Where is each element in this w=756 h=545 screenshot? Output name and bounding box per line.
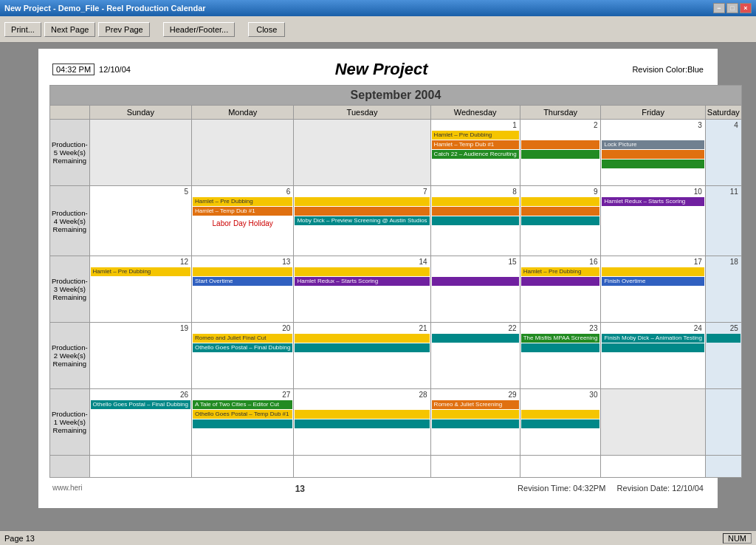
day-number-17: 17 <box>602 257 704 267</box>
main-area: 04:32 PM 12/10/04 New Project Revision C… <box>0 43 756 530</box>
event-romeo-juliet-cut: Romeo and Juliet Final Cut <box>193 334 292 343</box>
event-othello-dubbing-b <box>295 343 429 352</box>
day-number-30: 30 <box>521 390 600 400</box>
day-number-25: 25 <box>707 323 740 333</box>
footer-rev-date: Revision Date: 12/10/04 <box>617 484 704 493</box>
event-hamlet-temp-dub-2 <box>521 140 600 149</box>
print-button[interactable]: Print... <box>4 22 41 37</box>
event-moby-dick: Moby Dick – Preview Screening @ Austin S… <box>295 216 429 225</box>
day-number-14: 14 <box>295 257 429 267</box>
status-page: Page 13 <box>4 534 35 543</box>
week-label-2: Production-4 Week(s)Remaining <box>50 186 90 256</box>
week-row-3: Production-3 Week(s)Remaining 12 Hamlet … <box>50 256 742 323</box>
event-othello-final-d <box>432 419 519 428</box>
num-indicator: NUM <box>723 533 752 544</box>
event-romeo-juliet-cut-b <box>295 334 429 343</box>
col-header-sunday: Sunday <box>89 106 191 120</box>
day-cell-sep19: 19 <box>89 323 191 389</box>
maximize-button[interactable]: □ <box>726 3 738 13</box>
event-hamlet-pre-w2c <box>432 197 519 206</box>
day-number-13: 13 <box>193 257 292 267</box>
day-cell-sep27: 27 A Tale of Two Cities – Editor Cut Oth… <box>192 389 294 456</box>
event-catch22-2 <box>521 150 600 159</box>
day-cell-sep13: 13 Start Overtime <box>192 256 294 323</box>
day-cell-sep10: 10 Hamlet Redux – Starts Scoring <box>601 186 705 256</box>
event-hamlet-pre-w3e <box>602 267 704 276</box>
day-cell-sep20: 20 Romeo and Juliet Final Cut Othello Go… <box>192 323 294 389</box>
day-number-19: 19 <box>91 323 190 333</box>
day-number-18: 18 <box>707 257 740 267</box>
event-start-overtime: Start Overtime <box>193 277 292 286</box>
event-othello-dubbing-d <box>521 343 600 352</box>
event-hamlet-pre-w3a: Hamlet – Pre Dubbing <box>91 267 190 276</box>
day-cell-sep7: 7 Moby Dick – Preview Screening @ Austin… <box>294 186 430 256</box>
next-page-button[interactable]: Next Page <box>44 22 95 37</box>
day-cell-empty-fri <box>601 389 705 456</box>
event-othello-final-e <box>521 419 600 428</box>
day-cell-sep1: 1 Hamlet – Pre Dubbing Hamlet – Temp Dub… <box>430 120 520 186</box>
event-othello-final-b <box>193 419 292 428</box>
day-cell-sep25: 25 <box>705 323 741 389</box>
day-cell-sep21: 21 <box>294 323 430 389</box>
day-cell-last-mon <box>192 456 294 478</box>
footer-page-number: 13 <box>83 484 518 494</box>
day-cell-sep26: 26 Othello Goes Postal – Final Dubbing <box>89 389 191 456</box>
event-hamlet-pre-w2d <box>521 197 600 206</box>
event-hamlet-redux-w3c <box>521 277 600 286</box>
event-othello-dubbing-c <box>432 334 519 343</box>
day-cell-last-sat <box>705 456 741 478</box>
event-hamlet-temp-dub-3 <box>602 150 704 159</box>
col-header-tuesday: Tuesday <box>294 106 430 120</box>
event-finish-overtime: Finish Overtime <box>602 277 704 286</box>
close-button[interactable]: Close <box>248 22 285 37</box>
day-number-2: 2 <box>521 120 600 130</box>
day-cell-empty-tue <box>294 120 430 186</box>
day-cell-sep23: 23 The Misfits MPAA Screening <box>520 323 601 389</box>
header-footer-button[interactable]: Header/Footer... <box>163 22 236 37</box>
prev-page-button[interactable]: Prev Page <box>98 22 149 37</box>
month-header-row: September 2004 <box>50 86 742 106</box>
week-label-3: Production-3 Week(s)Remaining <box>50 256 90 323</box>
event-lock-picture: Lock Picture <box>602 140 704 149</box>
event-othello-temp-b <box>295 410 429 419</box>
event-hamlet-redux-w2: Hamlet Redux – Starts Scoring <box>602 197 704 206</box>
day-number-26: 26 <box>91 390 190 400</box>
day-cell-sep16: 16 Hamlet – Pre Dubbing <box>520 256 601 323</box>
day-cell-sep5: 5 <box>89 186 191 256</box>
toolbar: Print... Next Page Prev Page Header/Foot… <box>0 16 756 43</box>
labor-day: Labor Day Holiday <box>193 216 292 230</box>
col-header-thursday: Thursday <box>520 106 601 120</box>
status-bar: Page 13 NUM <box>0 530 756 545</box>
event-two-cities: A Tale of Two Cities – Editor Cut <box>193 400 292 409</box>
day-cell-empty-sun <box>89 120 191 186</box>
page-header: 04:32 PM 12/10/04 New Project Revision C… <box>49 60 707 79</box>
event-hamlet-temp-dub-1: Hamlet – Temp Dub #1 <box>432 140 519 149</box>
header-left: 04:32 PM 12/10/04 <box>52 64 131 75</box>
day-number-11: 11 <box>707 187 740 196</box>
footer-website: www.heri <box>52 484 83 494</box>
day-cell-sep12: 12 Hamlet – Pre Dubbing <box>89 256 191 323</box>
day-cell-sep14: 14 Hamlet Redux – Starts Scoring <box>294 256 430 323</box>
day-cell-sep30: 30 <box>520 389 601 456</box>
event-hamlet-temp-w2c <box>432 207 519 216</box>
title-bar: New Project - Demo_File - Reel Productio… <box>0 0 756 16</box>
day-number-23: 23 <box>521 323 600 333</box>
day-cell-sep9: 9 <box>520 186 601 256</box>
title-bar-controls[interactable]: − □ × <box>713 3 752 13</box>
event-othello-temp-a: Othello Goes Postal – Temp Dub #1 <box>193 410 292 419</box>
minimize-button[interactable]: − <box>713 3 725 13</box>
close-window-button[interactable]: × <box>740 3 752 13</box>
day-cell-sep24: 24 Finish Moby Dick – Animation Testing <box>601 323 705 389</box>
event-hamlet-temp-w2d <box>521 207 600 216</box>
day-cell-sep22: 22 <box>430 323 520 389</box>
day-number-9: 9 <box>521 187 600 196</box>
week-label-5: Production-1 Week(s)Remaining <box>50 389 90 456</box>
status-right: NUM <box>723 533 752 544</box>
col-header-friday: Friday <box>601 106 705 120</box>
event-hamlet-temp-w2b <box>295 207 429 216</box>
event-hamlet-pre-w2: Hamlet – Pre Dubbing <box>193 197 292 206</box>
event-finish-moby: Finish Moby Dick – Animation Testing <box>602 334 704 343</box>
day-cell-last-fri <box>601 456 705 478</box>
day-number-5: 5 <box>91 187 190 196</box>
event-othello-temp-d <box>521 410 600 419</box>
